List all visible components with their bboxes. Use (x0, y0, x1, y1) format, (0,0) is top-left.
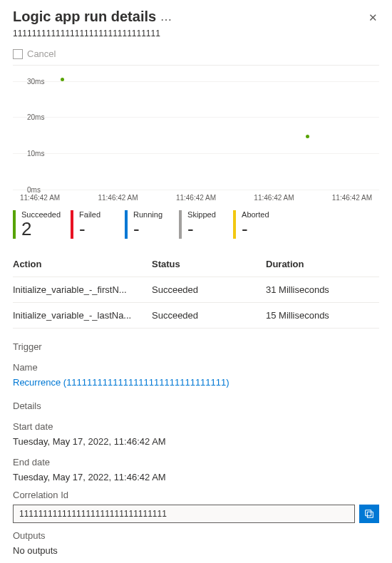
counter-succeeded[interactable]: Succeeded 2 (13, 210, 61, 239)
copy-button[interactable] (359, 505, 379, 523)
status-bar-icon (233, 210, 236, 239)
svg-rect-0 (367, 512, 373, 517)
details-section-label: Details (13, 401, 379, 411)
col-header-status[interactable]: Status (152, 259, 266, 269)
counter-failed[interactable]: Failed - (71, 210, 115, 239)
start-date-value: Tuesday, May 17, 2022, 11:46:42 AM (13, 436, 379, 447)
correlation-id-label: Correlation Id (13, 490, 379, 500)
status-bar-icon (125, 210, 128, 239)
y-tick-label: 30ms (27, 78, 44, 86)
col-header-duration[interactable]: Duration (266, 259, 379, 269)
outputs-label: Outputs (13, 530, 379, 541)
trigger-name-label: Name (13, 362, 379, 373)
outputs-value: No outputs (13, 545, 379, 556)
end-date-label: End date (13, 457, 379, 468)
cell-status: Succeeded (152, 284, 266, 295)
cell-action: Initialize_variable_-_lastNa... (13, 310, 152, 321)
run-id: 1111111111111111111111111111111 (13, 29, 379, 38)
status-bar-icon (71, 210, 73, 239)
run-duration-chart: 30ms 20ms 10ms 0ms (13, 76, 379, 190)
start-date-label: Start date (13, 421, 379, 432)
chart-point (306, 135, 309, 138)
counter-skipped[interactable]: Skipped - (179, 210, 223, 239)
trigger-section-label: Trigger (13, 341, 379, 352)
counter-aborted[interactable]: Aborted - (233, 210, 277, 239)
y-tick-label: 10ms (27, 150, 44, 157)
end-date-value: Tuesday, May 17, 2022, 11:46:42 AM (13, 472, 379, 482)
actions-table: Action Status Duration Initialize_variab… (13, 252, 379, 329)
status-bar-icon (179, 210, 182, 239)
cell-duration: 31 Milliseconds (266, 284, 379, 295)
cell-status: Succeeded (152, 310, 266, 321)
copy-icon (363, 508, 375, 520)
y-tick-label: 0ms (27, 186, 41, 194)
svg-rect-1 (366, 510, 371, 516)
cancel-button[interactable]: Cancel (27, 48, 56, 59)
x-tick-label: 11:46:42 AM (332, 194, 372, 202)
page-title: Logic app run details (13, 9, 156, 25)
cell-action: Initialize_variable_-_firstN... (13, 284, 152, 295)
counter-value: - (79, 219, 115, 239)
status-bar-icon (13, 210, 16, 239)
chart-x-axis: 11:46:42 AM 11:46:42 AM 11:46:42 AM 11:4… (13, 194, 379, 202)
counter-value: - (187, 219, 223, 239)
y-tick-label: 20ms (27, 113, 44, 121)
counter-value: - (133, 219, 169, 239)
status-counters: Succeeded 2 Failed - Running - Skipped - (13, 210, 379, 239)
trigger-name-link[interactable]: Recurrence (1111111111111111111111111111… (13, 377, 379, 388)
counter-value: 2 (21, 219, 61, 239)
counter-running[interactable]: Running - (125, 210, 169, 239)
col-header-action[interactable]: Action (13, 259, 152, 269)
close-button[interactable]: ✕ (367, 9, 379, 27)
correlation-id-input[interactable] (13, 505, 355, 523)
cancel-icon (13, 49, 23, 59)
chart-point (61, 78, 64, 81)
x-tick-label: 11:46:42 AM (176, 194, 216, 202)
counter-value: - (242, 219, 277, 239)
more-icon[interactable]: ⋯ (160, 13, 172, 26)
table-row[interactable]: Initialize_variable_-_firstN... Succeede… (13, 277, 379, 303)
cell-duration: 15 Milliseconds (266, 310, 379, 321)
x-tick-label: 11:46:42 AM (20, 194, 60, 202)
x-tick-label: 11:46:42 AM (254, 194, 294, 202)
table-row[interactable]: Initialize_variable_-_lastNa... Succeede… (13, 303, 379, 329)
x-tick-label: 11:46:42 AM (98, 194, 138, 202)
